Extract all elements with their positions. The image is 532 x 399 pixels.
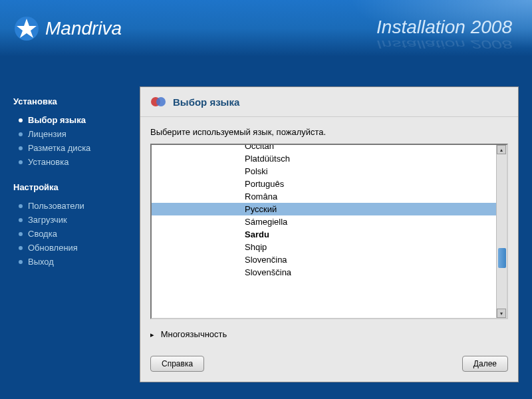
svg-point-2 bbox=[156, 97, 166, 106]
content-panel: Выбор языка Выберите используемый язык, … bbox=[140, 86, 519, 382]
sidebar-config-item[interactable]: Сводка bbox=[13, 227, 133, 241]
language-item[interactable]: Shqip bbox=[152, 241, 496, 253]
sidebar-install-item[interactable]: Лицензия bbox=[13, 127, 133, 141]
language-list[interactable]: OccitanPlatdüütschPolskiPortuguêsRomânaР… bbox=[152, 145, 496, 318]
next-button[interactable]: Далее bbox=[462, 356, 508, 372]
language-item[interactable]: Româna bbox=[152, 190, 496, 203]
main-area: Установка Выбор языкаЛицензияРазметка ди… bbox=[0, 57, 532, 399]
language-item[interactable]: Sardu bbox=[152, 228, 496, 241]
globe-icon bbox=[150, 94, 166, 110]
scrollbar[interactable]: ▴ ▾ bbox=[496, 145, 507, 318]
header-title-reflection: Installation 2008 bbox=[376, 37, 512, 50]
sidebar-install-item[interactable]: Установка bbox=[13, 155, 133, 169]
panel-body: Выберите используемый язык, пожалуйста. … bbox=[140, 117, 518, 349]
sidebar-config-item[interactable]: Выход bbox=[13, 255, 133, 269]
language-item[interactable]: Русский bbox=[152, 203, 496, 215]
language-item[interactable]: Polski bbox=[152, 165, 496, 178]
sidebar-config-item[interactable]: Пользователи bbox=[13, 199, 133, 213]
sidebar-config-item[interactable]: Загрузчик bbox=[13, 213, 133, 227]
language-item[interactable]: Slovenčina bbox=[152, 253, 496, 266]
button-row: Справка Далее bbox=[140, 349, 518, 382]
sidebar-list-config: ПользователиЗагрузчикСводкаОбновленияВых… bbox=[13, 199, 133, 269]
language-item[interactable]: Português bbox=[152, 178, 496, 190]
star-icon bbox=[13, 15, 40, 42]
scroll-thumb[interactable] bbox=[498, 248, 506, 268]
brand-name: Mandriva bbox=[45, 18, 122, 39]
language-item[interactable]: Sámegiella bbox=[152, 215, 496, 228]
sidebar-install-item[interactable]: Выбор языка bbox=[13, 113, 133, 127]
sidebar-install-item[interactable]: Разметка диска bbox=[13, 141, 133, 155]
scroll-down-button[interactable]: ▾ bbox=[497, 309, 506, 318]
scroll-up-button[interactable]: ▴ bbox=[497, 145, 506, 154]
language-item[interactable]: Platdüütsch bbox=[152, 152, 496, 165]
language-list-wrapper: OccitanPlatdüütschPolskiPortuguêsRomânaР… bbox=[150, 144, 508, 319]
help-button[interactable]: Справка bbox=[150, 356, 204, 372]
expander-label: Многоязычность bbox=[161, 329, 227, 339]
sidebar: Установка Выбор языкаЛицензияРазметка ди… bbox=[0, 57, 133, 399]
logo-area: Mandriva bbox=[13, 15, 122, 42]
sidebar-list-install: Выбор языкаЛицензияРазметка дискаУстанов… bbox=[13, 113, 133, 169]
multilanguage-expander[interactable]: Многоязычность bbox=[150, 329, 508, 339]
panel-title-bar: Выбор языка bbox=[140, 87, 518, 117]
sidebar-config-item[interactable]: Обновления bbox=[13, 241, 133, 255]
prompt-text: Выберите используемый язык, пожалуйста. bbox=[150, 127, 508, 137]
header-bar: Mandriva Installation 2008 Installation … bbox=[0, 0, 532, 57]
sidebar-section-config: Настройка bbox=[13, 182, 133, 192]
language-item[interactable]: Slovenščina bbox=[152, 266, 496, 279]
header-title: Installation 2008 bbox=[376, 17, 512, 38]
language-item[interactable]: Occitan bbox=[152, 145, 496, 152]
sidebar-section-install: Установка bbox=[13, 96, 133, 106]
panel-title-text: Выбор языка bbox=[173, 96, 239, 108]
